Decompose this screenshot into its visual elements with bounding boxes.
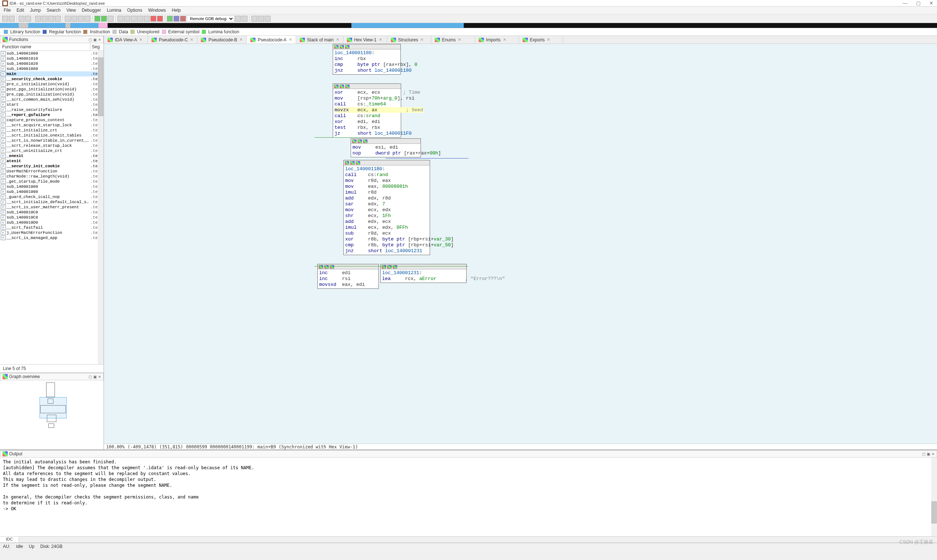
- asm-node-1[interactable]: loc_140001180:inc rbxcmp byte ptr [rax+r…: [333, 44, 401, 75]
- tab-ida-view-a[interactable]: IDA View-A✕: [104, 36, 148, 43]
- function-row[interactable]: sub_140001000.tex: [0, 51, 103, 56]
- menu-debugger[interactable]: Debugger: [82, 8, 101, 13]
- tool-button[interactable]: [235, 16, 241, 22]
- function-row[interactable]: _guard_check_icall_nop.tex: [0, 194, 103, 200]
- tool-button[interactable]: [137, 16, 143, 22]
- asm-node-2[interactable]: xor ecx, ecx ; Timemov [rsp+70h+arg_0], …: [333, 83, 401, 138]
- menu-help[interactable]: Help: [172, 8, 181, 13]
- function-row[interactable]: sub_1400019D0.tex: [0, 220, 103, 225]
- back-button[interactable]: [18, 16, 25, 22]
- maximize-panel-button[interactable]: ▣: [93, 375, 97, 379]
- tool-button[interactable]: [55, 16, 61, 22]
- save-button[interactable]: [9, 16, 15, 22]
- function-row[interactable]: sub_140001010.tex: [0, 56, 103, 61]
- graph-view[interactable]: loc_140001180:inc rbxcmp byte ptr [rax+r…: [104, 44, 937, 449]
- menu-lumina[interactable]: Lumina: [107, 8, 121, 13]
- tool-button[interactable]: [258, 16, 264, 22]
- tool-button[interactable]: [131, 16, 137, 22]
- menu-search[interactable]: Search: [46, 8, 60, 13]
- run-button[interactable]: [167, 16, 173, 22]
- pause-button[interactable]: [174, 16, 179, 22]
- tool-button[interactable]: [35, 16, 41, 22]
- maximize-panel-button[interactable]: ▣: [93, 38, 97, 42]
- function-row[interactable]: __scrt_fastfail.tex: [0, 225, 103, 230]
- tab-imports[interactable]: Imports✕: [475, 36, 519, 43]
- close-panel-button[interactable]: ✕: [98, 375, 101, 379]
- function-row[interactable]: __scrt_is_nonwritable_in_current_image.t…: [0, 138, 103, 143]
- forward-button[interactable]: [25, 16, 31, 22]
- tool-button[interactable]: [65, 16, 71, 22]
- undock-button[interactable]: ▢: [922, 452, 925, 456]
- idc-tab[interactable]: IDC: [0, 537, 19, 542]
- tool-button[interactable]: [78, 16, 84, 22]
- function-row[interactable]: __scrt_is_managed_app.tex: [0, 235, 103, 240]
- function-row[interactable]: __scrt_is_user_matherr_present.tex: [0, 205, 103, 210]
- col-function-name[interactable]: Function name: [0, 43, 91, 51]
- asm-node-3[interactable]: mov esi, edinop dword ptr [rax+rax+00h]: [351, 138, 421, 157]
- tool-button[interactable]: [242, 16, 248, 22]
- stop-button[interactable]: [180, 16, 186, 22]
- asm-node-4[interactable]: loc_1400011B0:call cs:randmov r8d, eaxmo…: [343, 160, 430, 255]
- undock-button[interactable]: ▢: [89, 38, 92, 42]
- scrollbar[interactable]: [98, 51, 103, 364]
- function-row[interactable]: start.tex: [0, 102, 103, 107]
- function-row[interactable]: __scrt_acquire_startup_lock.tex: [0, 123, 103, 128]
- function-row[interactable]: __scrt_uninitialize_crt.tex: [0, 148, 103, 153]
- tool-button[interactable]: [101, 16, 107, 22]
- tool-button[interactable]: [42, 16, 48, 22]
- scrollbar-thumb[interactable]: [931, 502, 937, 523]
- functions-list[interactable]: sub_140001000.texsub_140001010.texsub_14…: [0, 51, 103, 364]
- maximize-panel-button[interactable]: ▣: [927, 452, 930, 456]
- tab-pseudocode-b[interactable]: Pseudocode-B✕: [197, 36, 247, 43]
- minimize-button[interactable]: —: [903, 0, 907, 6]
- function-row[interactable]: post_pgo_initialization(void).tex: [0, 87, 103, 92]
- function-row[interactable]: _onexit.te: [0, 153, 103, 158]
- function-row[interactable]: atexit.te: [0, 158, 103, 164]
- scrollbar-thumb[interactable]: [98, 57, 103, 116]
- function-row[interactable]: charNode::raw_length(void).tex: [0, 174, 103, 179]
- menu-windows[interactable]: Windows: [148, 8, 166, 13]
- function-row[interactable]: j_UserMathErrorFunction.tex: [0, 230, 103, 235]
- tool-button[interactable]: [265, 16, 271, 22]
- function-row[interactable]: __report_gsfailure.te: [0, 112, 103, 117]
- tab-pseudocode-a[interactable]: Pseudocode-A✕: [247, 36, 296, 43]
- tab-exports[interactable]: Exports✕: [519, 36, 563, 43]
- function-row[interactable]: sub_140001080.tex: [0, 66, 103, 71]
- menu-view[interactable]: View: [66, 8, 76, 13]
- function-row[interactable]: UserMathErrorFunction.tex: [0, 169, 103, 174]
- open-button[interactable]: [2, 16, 8, 22]
- asm-node-5[interactable]: inc ediinc rsimovsxd eax, edi: [317, 264, 379, 289]
- tool-button[interactable]: [71, 16, 77, 22]
- function-row[interactable]: __scrt_release_startup_lock.tex: [0, 143, 103, 148]
- functions-column-header[interactable]: Function name Seg: [0, 43, 103, 51]
- tool-button[interactable]: [94, 16, 100, 22]
- function-row[interactable]: __scrt_initialize_onexit_tables.tex: [0, 133, 103, 138]
- overview-strip[interactable]: [0, 23, 937, 28]
- debugger-select[interactable]: Remote GDB debugger: [187, 15, 234, 22]
- tab-enums[interactable]: Enums✕: [431, 36, 475, 43]
- asm-node-6[interactable]: loc_140001231:lea rcx, aError ; "Error??…: [380, 264, 467, 283]
- function-row[interactable]: __scrt_common_main_seh(void).tex: [0, 97, 103, 102]
- function-row[interactable]: sub_140001990.tex: [0, 189, 103, 194]
- tool-button[interactable]: [48, 16, 54, 22]
- close-panel-button[interactable]: ✕: [98, 38, 101, 42]
- close-panel-button[interactable]: ✕: [931, 452, 934, 456]
- maximize-button[interactable]: ▢: [916, 0, 920, 6]
- function-row[interactable]: __raise_securityfailure.tex: [0, 107, 103, 112]
- tool-button[interactable]: [108, 16, 114, 22]
- function-row[interactable]: _get_startup_file_mode.tex: [0, 179, 103, 184]
- function-row[interactable]: __security_init_cookie.te: [0, 164, 103, 169]
- function-row[interactable]: main.te: [0, 71, 103, 77]
- tool-button[interactable]: [251, 16, 257, 22]
- output-body[interactable]: The initial autoanalysis has been finish…: [0, 457, 937, 536]
- function-row[interactable]: __scrt_initialize_default_local_stdio_op…: [0, 200, 103, 205]
- menu-jump[interactable]: Jump: [30, 8, 41, 13]
- undock-button[interactable]: ▢: [89, 375, 92, 379]
- tool-button[interactable]: [144, 16, 150, 22]
- tool-button[interactable]: [124, 16, 130, 22]
- function-row[interactable]: __scrt_initialize_crt.tex: [0, 128, 103, 133]
- tab-pseudocode-c[interactable]: Pseudocode-C✕: [148, 36, 197, 43]
- function-row[interactable]: pre_cpp_initialization(void).tex: [0, 92, 103, 97]
- function-row[interactable]: sub_1400019C0.tex: [0, 210, 103, 215]
- function-row[interactable]: capture_previous_context.tex: [0, 117, 103, 123]
